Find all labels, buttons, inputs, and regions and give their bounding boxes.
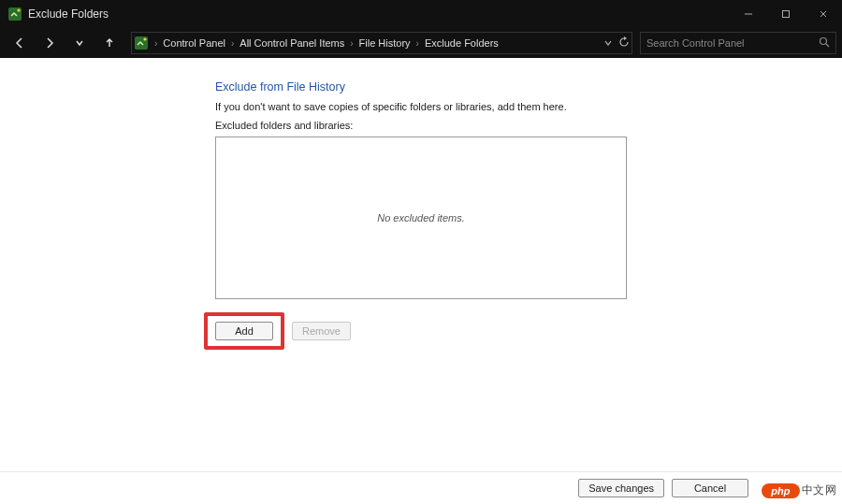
footer: Save changes Cancel xyxy=(0,471,842,504)
back-button[interactable] xyxy=(6,30,34,56)
recent-locations-button[interactable] xyxy=(65,30,94,56)
address-dropdown-button[interactable] xyxy=(603,35,613,51)
breadcrumb-item[interactable]: Exclude Folders xyxy=(425,37,499,49)
forward-button[interactable] xyxy=(36,30,64,56)
excluded-list[interactable]: No excluded items. xyxy=(215,137,627,299)
window-controls xyxy=(730,0,842,28)
remove-button: Remove xyxy=(292,322,351,340)
svg-point-1 xyxy=(17,8,20,11)
control-panel-icon xyxy=(7,7,22,22)
refresh-button[interactable] xyxy=(618,35,630,51)
chevron-right-icon[interactable]: › xyxy=(152,38,159,49)
maximize-button[interactable] xyxy=(767,0,805,28)
navigation-toolbar: › Control Panel › All Control Panel Item… xyxy=(0,28,842,58)
address-bar[interactable]: › Control Panel › All Control Panel Item… xyxy=(131,32,632,54)
svg-rect-2 xyxy=(783,11,790,18)
cancel-button[interactable]: Cancel xyxy=(672,479,748,497)
search-input[interactable] xyxy=(646,37,806,49)
page-heading: Exclude from File History xyxy=(215,80,627,94)
empty-list-message: No excluded items. xyxy=(377,212,465,223)
save-changes-button[interactable]: Save changes xyxy=(578,479,664,497)
close-button[interactable] xyxy=(805,0,842,28)
breadcrumb-item[interactable]: All Control Panel Items xyxy=(240,37,344,49)
svg-point-5 xyxy=(820,38,827,45)
breadcrumb-item[interactable]: Control Panel xyxy=(163,37,225,49)
content-area: Exclude from File History If you don't w… xyxy=(0,58,842,471)
list-buttons: Add Remove xyxy=(215,312,627,350)
window-title: Exclude Folders xyxy=(28,7,109,21)
page-description: If you don't want to save copies of spec… xyxy=(215,101,627,112)
minimize-button[interactable] xyxy=(730,0,767,28)
control-panel-icon xyxy=(134,36,149,50)
search-box[interactable] xyxy=(640,32,836,54)
search-icon[interactable] xyxy=(819,36,830,50)
chevron-right-icon[interactable]: › xyxy=(348,38,355,49)
chevron-right-icon[interactable]: › xyxy=(414,38,421,49)
titlebar: Exclude Folders xyxy=(0,0,842,28)
list-label: Excluded folders and libraries: xyxy=(215,120,627,131)
breadcrumb-item[interactable]: File History xyxy=(359,37,411,49)
up-button[interactable] xyxy=(95,30,123,56)
add-button[interactable]: Add xyxy=(215,322,273,340)
svg-point-4 xyxy=(143,37,146,40)
annotation-highlight: Add xyxy=(204,312,284,350)
exclude-panel: Exclude from File History If you don't w… xyxy=(215,80,627,350)
chevron-right-icon[interactable]: › xyxy=(229,38,236,49)
